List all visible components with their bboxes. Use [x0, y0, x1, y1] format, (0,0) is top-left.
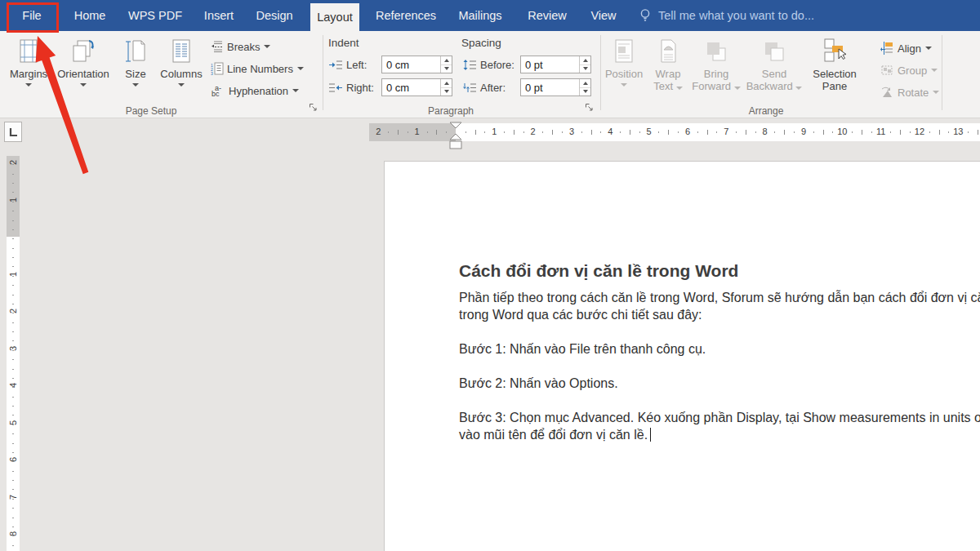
- ruler-mark: [910, 131, 911, 133]
- ruler-mark: [12, 545, 14, 546]
- ruler-mark: [707, 130, 708, 135]
- ruler-mark: [542, 131, 543, 133]
- ruler-mark: [484, 131, 485, 133]
- ruler-mark: [746, 130, 746, 135]
- columns-button[interactable]: Columns: [157, 35, 206, 105]
- ruler-mark: 4: [608, 127, 612, 136]
- tab-insert[interactable]: Insert: [199, 0, 238, 31]
- spacing-after-field[interactable]: 0 pt: [520, 78, 591, 96]
- group-separator: [942, 35, 942, 110]
- rotate-button[interactable]: Rotate: [880, 83, 939, 101]
- wrap-text-label-line2: Text: [653, 80, 673, 92]
- spacing-before-spinner[interactable]: [579, 56, 590, 73]
- indent-markers[interactable]: [448, 122, 463, 152]
- ruler-mark: [600, 131, 601, 133]
- indent-left-field[interactable]: 0 cm: [381, 56, 452, 73]
- ruler-mark: 4: [8, 379, 18, 392]
- rotate-label: Rotate: [898, 87, 929, 99]
- vertical-ruler[interactable]: 2112345678: [7, 156, 20, 551]
- chevron-down-icon: [621, 83, 627, 87]
- svg-text:3: 3: [211, 71, 213, 76]
- indent-right-spinner[interactable]: [440, 79, 452, 96]
- line-numbers-button[interactable]: 123 Line Numbers: [211, 60, 304, 78]
- tab-view[interactable]: View: [585, 0, 622, 31]
- spacing-after-spinner[interactable]: [579, 79, 590, 96]
- orientation-icon: [69, 35, 97, 68]
- indent-header: Indent: [328, 37, 359, 49]
- word-window: File Home WPS PDF Insert Design Layout R…: [0, 0, 980, 551]
- ruler-mark: [900, 130, 901, 135]
- ruler-mark: [852, 131, 853, 133]
- arrange-group-label: Arrange: [705, 105, 827, 117]
- tab-wps-pdf[interactable]: WPS PDF: [124, 0, 186, 31]
- group-separator: [323, 35, 323, 110]
- tab-mailings[interactable]: Mailings: [451, 0, 510, 31]
- align-label: Align: [898, 42, 921, 55]
- align-button[interactable]: Align: [880, 39, 932, 57]
- ribbon: Margins Orientation Size Columns: [0, 31, 980, 118]
- spacing-after-value: 0 pt: [525, 82, 543, 94]
- ruler-mark: [716, 131, 717, 133]
- margins-label: Margins: [10, 68, 47, 80]
- bring-forward-label-line1: Bring: [704, 68, 728, 80]
- ruler-mark: [12, 415, 14, 415]
- document-page[interactable]: Cách đổi đơn vị căn lề trong Word Phần t…: [384, 161, 980, 551]
- tab-stop-selector[interactable]: [4, 122, 22, 142]
- orientation-button[interactable]: Orientation: [54, 35, 113, 105]
- ruler-mark: [12, 164, 14, 165]
- document-workspace: 2112345678910111213 2112345678 Cách đổi …: [0, 118, 980, 551]
- send-backward-button[interactable]: Send Backward: [744, 35, 804, 105]
- size-button[interactable]: Size: [116, 35, 155, 105]
- spacing-before-field[interactable]: 0 pt: [520, 56, 591, 73]
- ruler-mark: 12: [915, 127, 924, 136]
- first-line-indent-marker: [450, 122, 461, 128]
- indent-right-field[interactable]: 0 cm: [381, 78, 452, 96]
- ruler-mark: [398, 130, 399, 135]
- margins-button[interactable]: Margins: [5, 35, 52, 105]
- breaks-label: Breaks: [227, 41, 260, 53]
- svg-text:bc: bc: [212, 90, 220, 97]
- selection-pane-label-line2: Pane: [822, 80, 847, 92]
- ruler-mark: [12, 285, 14, 286]
- tab-layout[interactable]: Layout: [310, 3, 359, 31]
- orientation-label: Orientation: [57, 68, 109, 80]
- tab-home[interactable]: Home: [70, 0, 109, 31]
- hyphenation-button[interactable]: a-bc Hyphenation: [211, 82, 299, 100]
- ruler-mark: [12, 192, 14, 193]
- chevron-down-icon: [933, 91, 939, 94]
- paragraph-dialog-launcher[interactable]: [585, 103, 594, 112]
- ruler-mark: [475, 130, 476, 135]
- ruler-mark: 5: [8, 416, 18, 429]
- tab-design[interactable]: Design: [252, 0, 297, 31]
- page-setup-dialog-launcher[interactable]: [309, 103, 318, 112]
- page-setup-group-label: Page Setup: [90, 105, 212, 117]
- selection-pane-label-line1: Selection: [813, 68, 856, 80]
- ruler-mark: [784, 130, 785, 135]
- group-button[interactable]: Group: [880, 61, 938, 79]
- tab-review[interactable]: Review: [524, 0, 570, 31]
- indent-right-icon: [329, 82, 342, 93]
- file-highlight-box: [7, 2, 59, 33]
- text-cursor: [650, 428, 651, 442]
- send-backward-label-line1: Send: [762, 68, 786, 80]
- ruler-mark: [12, 461, 14, 462]
- tab-references[interactable]: References: [374, 0, 438, 31]
- send-backward-label-line2: Backward: [746, 80, 793, 92]
- position-label: Position: [605, 68, 643, 80]
- wrap-text-button[interactable]: Wrap Text: [646, 35, 690, 105]
- ruler-mark: [630, 130, 630, 135]
- selection-pane-button[interactable]: Selection Pane: [806, 35, 863, 105]
- indent-left-spinner[interactable]: [440, 56, 452, 73]
- position-button[interactable]: Position: [602, 35, 646, 105]
- ruler-mark: [813, 131, 814, 133]
- ruler-mark: [12, 248, 14, 249]
- ruler-mark: 3: [569, 127, 574, 136]
- ruler-mark: 2: [8, 304, 18, 318]
- ruler-mark: [12, 257, 14, 258]
- tell-me-box[interactable]: Tell me what you want to do...: [658, 0, 814, 31]
- breaks-button[interactable]: Breaks: [211, 38, 270, 56]
- bring-forward-button[interactable]: Bring Forward: [690, 35, 742, 105]
- bring-forward-label-line2: Forward: [692, 80, 731, 92]
- ruler-mark: 1: [415, 127, 420, 136]
- group-icon: [880, 64, 894, 77]
